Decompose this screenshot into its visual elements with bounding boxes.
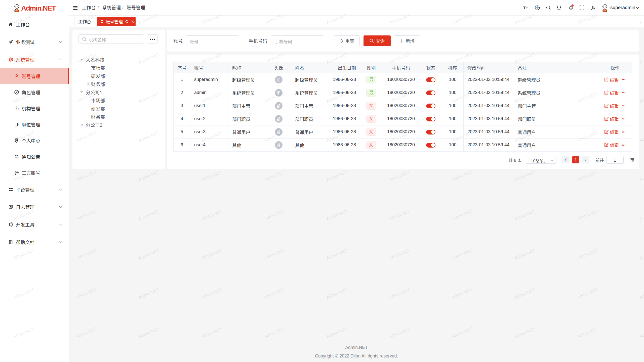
svg-text:T: T xyxy=(526,7,528,10)
svg-text:中: 中 xyxy=(536,6,539,9)
